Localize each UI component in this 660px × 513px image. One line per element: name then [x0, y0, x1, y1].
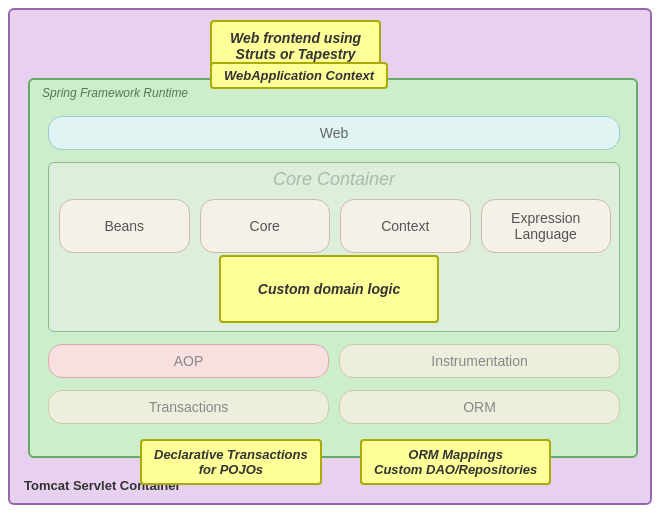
web-bar: Web [48, 116, 620, 150]
expression-language-item: ExpressionLanguage [481, 199, 612, 253]
core-label: Core [250, 218, 280, 234]
custom-domain-badge: Custom domain logic [219, 255, 439, 323]
declarative-line1: Declarative Transactions [154, 447, 308, 462]
orm-mappings-line1: ORM Mappings [408, 447, 503, 462]
transactions-bar: Transactions [48, 390, 329, 424]
custom-domain-label: Custom domain logic [258, 281, 400, 297]
aop-label: AOP [174, 353, 204, 369]
instrumentation-label: Instrumentation [431, 353, 528, 369]
spring-label: Spring Framework Runtime [42, 86, 188, 100]
aop-instrumentation-row: AOP Instrumentation [48, 344, 620, 378]
webapp-context-badge: WebApplication Context [210, 62, 388, 89]
core-items-row: Beans Core Context ExpressionLanguage [59, 199, 611, 253]
core-container-box: Core Container Beans Core Context Expres… [48, 162, 620, 332]
orm-bar: ORM [339, 390, 620, 424]
webapp-context-label: WebApplication Context [224, 68, 374, 83]
transactions-orm-row: Transactions ORM [48, 390, 620, 424]
orm-mappings-line2: Custom DAO/Repositories [374, 462, 537, 477]
core-container-label: Core Container [49, 169, 619, 190]
declarative-transactions-badge: Declarative Transactions for POJOs [140, 439, 322, 485]
beans-item: Beans [59, 199, 190, 253]
context-item: Context [340, 199, 471, 253]
tomcat-container: Web frontend using Struts or Tapestry Sp… [8, 8, 652, 505]
aop-bar: AOP [48, 344, 329, 378]
declarative-line2: for POJOs [199, 462, 263, 477]
web-frontend-line1: Web frontend using [230, 30, 361, 46]
instrumentation-bar: Instrumentation [339, 344, 620, 378]
transactions-label: Transactions [149, 399, 229, 415]
web-frontend-line2: Struts or Tapestry [236, 46, 356, 62]
core-item: Core [200, 199, 331, 253]
orm-label: ORM [463, 399, 496, 415]
beans-label: Beans [104, 218, 144, 234]
expression-language-label: ExpressionLanguage [511, 210, 580, 242]
context-label: Context [381, 218, 429, 234]
web-bar-label: Web [320, 125, 349, 141]
orm-mappings-badge: ORM Mappings Custom DAO/Repositories [360, 439, 551, 485]
spring-container: Spring Framework Runtime WebApplication … [28, 78, 638, 458]
